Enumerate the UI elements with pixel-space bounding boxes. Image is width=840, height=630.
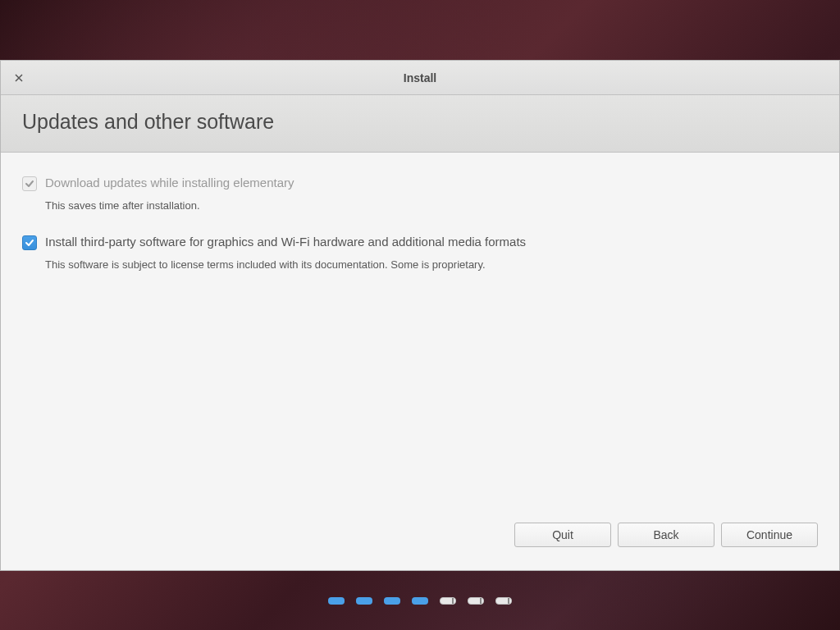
progress-indicator [0,571,840,630]
continue-button[interactable]: Continue [721,523,818,547]
download-updates-checkbox [22,176,37,191]
progress-step [356,597,372,605]
option-third-party: Install third-party software for graphic… [22,235,818,271]
option-row: Install third-party software for graphic… [22,235,818,250]
download-updates-description: This saves time after installation. [45,199,818,212]
third-party-label[interactable]: Install third-party software for graphic… [45,235,526,249]
download-updates-label: Download updates while installing elemen… [45,176,294,189]
third-party-checkbox[interactable] [22,235,37,250]
back-button[interactable]: Back [618,523,714,547]
close-button[interactable] [7,66,30,89]
close-icon [14,73,24,83]
titlebar: Install [1,61,839,95]
progress-step [440,597,456,605]
window-title: Install [1,71,839,84]
option-row: Download updates while installing elemen… [22,176,818,191]
checkmark-icon [25,238,34,248]
third-party-description: This software is subject to license term… [45,258,818,271]
quit-button[interactable]: Quit [514,523,611,547]
content-area: Download updates while installing elemen… [1,153,839,523]
page-title: Updates and other software [22,110,818,134]
progress-step [328,597,345,605]
installer-window: Install Updates and other software Downl… [0,60,840,571]
checkmark-icon [25,179,34,189]
progress-step [468,597,484,605]
page-header: Updates and other software [1,95,839,153]
option-download-updates: Download updates while installing elemen… [22,176,818,212]
progress-step [495,597,512,605]
progress-step [384,597,400,605]
progress-step [412,597,428,605]
button-row: Quit Back Continue [1,523,839,570]
